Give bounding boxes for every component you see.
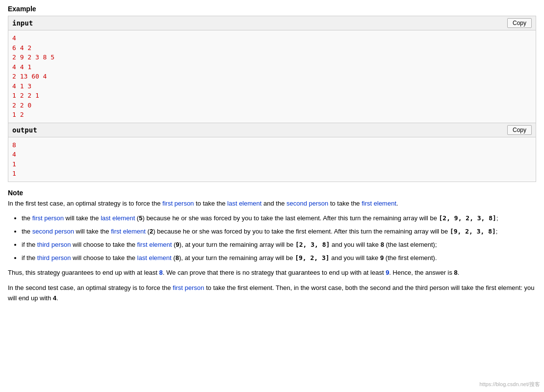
note-list-item-1: the first person will take the last elem… [22, 213, 536, 224]
note-paragraph2: Thus, this strategy guarantees to end up… [8, 268, 536, 278]
output-header: output Copy [8, 123, 536, 137]
example-section: Example input Copy 4 6 4 2 2 9 2 3 8 5 4… [8, 5, 536, 182]
output-label: output [12, 126, 37, 134]
input-content: 4 6 4 2 2 9 2 3 8 5 4 4 1 2 13 60 4 4 1 … [8, 30, 536, 123]
note-list-item-3: if the third person will choose to take … [22, 240, 536, 250]
output-content: 8 4 1 1 [8, 137, 536, 182]
note-title: Note [8, 189, 536, 197]
input-label: input [12, 19, 33, 27]
note-list-item-2: the second person will take the first el… [22, 227, 536, 237]
output-section: output Copy 8 4 1 1 [8, 123, 536, 182]
note-paragraph3: In the second test case, an optimal stra… [8, 283, 536, 304]
note-paragraph1: In the first test case, an optimal strat… [8, 199, 536, 209]
input-section: input Copy 4 6 4 2 2 9 2 3 8 5 4 4 1 2 1… [8, 16, 536, 123]
input-copy-button[interactable]: Copy [507, 18, 532, 28]
note-section: Note In the first test case, an optimal … [8, 189, 536, 304]
input-header: input Copy [8, 16, 536, 30]
example-title: Example [8, 5, 536, 13]
note-list-item-4: if the third person will choose to take … [22, 253, 536, 263]
note-list: the first person will take the last elem… [8, 213, 536, 263]
output-copy-button[interactable]: Copy [507, 125, 532, 135]
